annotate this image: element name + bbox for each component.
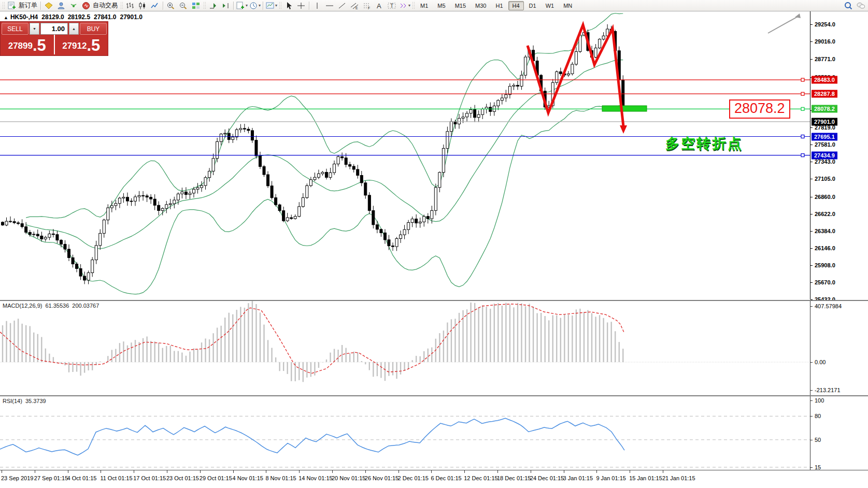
date-label: 3 Jan 01:15 xyxy=(563,475,593,481)
time-tick xyxy=(134,470,134,473)
rsi-panel: 100805015 RSI(14)35.3739 xyxy=(0,395,868,470)
search-icon[interactable] xyxy=(842,0,855,11)
ohlc-open: 28129.0 xyxy=(41,13,64,21)
macd-tick-label: 407.57984 xyxy=(815,303,842,309)
toolbar-grip xyxy=(279,2,281,10)
metaeditor-icon[interactable] xyxy=(42,0,55,11)
price-axis: 29254.029016.028771.028523.028057.027819… xyxy=(810,11,868,299)
chart-template-icon[interactable]: ▾ xyxy=(265,0,278,11)
sell-price-main: 27899 xyxy=(8,41,33,51)
time-tick xyxy=(332,470,333,473)
volume-input[interactable] xyxy=(40,23,68,35)
volume-decrease-button[interactable]: ▼ xyxy=(30,23,39,35)
signals-icon[interactable] xyxy=(67,0,80,11)
line-chart-icon[interactable] xyxy=(149,0,161,11)
timeframe-m1-button[interactable]: M1 xyxy=(416,1,432,10)
sell-button[interactable]: SELL xyxy=(2,23,29,35)
autotrading-label[interactable]: 自动交易 xyxy=(93,1,118,10)
chart-shift-icon[interactable] xyxy=(219,0,232,11)
volume-increase-button[interactable]: ▲ xyxy=(69,23,79,35)
timeframe-h1-button[interactable]: H1 xyxy=(491,1,507,10)
chat-icon[interactable] xyxy=(855,0,867,11)
time-tick xyxy=(663,470,663,473)
buy-price[interactable]: 27912.5 xyxy=(54,35,108,54)
text-icon[interactable]: A xyxy=(373,0,386,11)
date-label: 23 Oct 01:15 xyxy=(166,475,199,481)
price-tick-label: 25670.0 xyxy=(815,279,835,285)
sell-price[interactable]: 27899.5 xyxy=(1,35,54,54)
date-label: 21 Jan 01:15 xyxy=(662,475,695,481)
time-axis: 23 Sep 201927 Sep 01:154 Oct 01:1511 Oct… xyxy=(0,470,868,488)
date-label: 18 Dec 01:15 xyxy=(497,475,531,481)
time-tick xyxy=(464,470,465,473)
symbol-direction-icon: ▲ xyxy=(4,15,8,20)
equidistant-channel-icon[interactable]: E xyxy=(348,0,361,11)
price-tick xyxy=(810,214,813,214)
main-chart-panel: 29254.029016.028771.028523.028057.027819… xyxy=(0,11,868,299)
price-level-label: 28287.8 xyxy=(812,90,837,98)
auto-scroll-icon[interactable] xyxy=(207,0,219,11)
date-label: 11 Oct 01:15 xyxy=(100,475,132,481)
cursor-icon[interactable] xyxy=(282,0,295,11)
text-label-icon[interactable]: T xyxy=(386,0,398,11)
price-tick-label: 27343.0 xyxy=(815,159,835,165)
autotrading-icon[interactable] xyxy=(80,0,92,11)
time-tick xyxy=(630,470,630,473)
new-chart-dropdown-caret[interactable]: ▾ xyxy=(246,3,248,8)
vertical-line-icon[interactable] xyxy=(311,0,323,11)
macd-axis: 407.579840.00-213.2171 xyxy=(810,301,868,396)
toolbar: 新订单自动交易▾▾▾EFAT▾M1M5M15M30H1H4D1W1MN xyxy=(0,0,868,11)
price-tick-label: 29016.0 xyxy=(815,38,835,45)
price-tick-label: 27105.0 xyxy=(815,176,835,182)
tile-windows-icon[interactable] xyxy=(190,0,202,11)
toolbar-separator xyxy=(233,2,234,10)
date-label: 17 Oct 01:15 xyxy=(133,475,166,481)
macd-tick xyxy=(810,306,813,307)
symbol-period: HK50-,H4 xyxy=(10,13,38,21)
ohlc-high: 28192.5 xyxy=(68,13,90,21)
new-chart-icon[interactable]: ▾ xyxy=(235,0,248,11)
rsi-tick xyxy=(810,440,813,440)
timeframe-m15-button[interactable]: M15 xyxy=(451,1,470,10)
timeframe-mn-button[interactable]: MN xyxy=(559,1,576,10)
zoom-in-icon[interactable] xyxy=(165,0,177,11)
date-label: 6 Dec 01:15 xyxy=(431,475,461,481)
rsi-tick-label: 50 xyxy=(815,437,821,443)
price-tick-label: 26860.0 xyxy=(815,194,835,200)
profile-icon[interactable] xyxy=(55,0,67,11)
svg-text:T: T xyxy=(390,3,393,9)
timeframe-h4-button[interactable]: H4 xyxy=(508,1,524,10)
profiles-dropdown-caret[interactable]: ▾ xyxy=(259,3,261,8)
fibonacci-icon[interactable]: F xyxy=(361,0,373,11)
arrows-icon[interactable]: ▾ xyxy=(398,0,411,11)
date-label: 9 Jan 01:15 xyxy=(596,475,626,481)
date-label: 2 Dec 01:15 xyxy=(398,475,429,481)
trend-line-icon[interactable] xyxy=(336,0,348,11)
price-tick xyxy=(810,145,813,145)
price-tick xyxy=(810,179,813,179)
zoom-out-icon[interactable] xyxy=(177,0,190,11)
arrows-dropdown-caret[interactable]: ▾ xyxy=(408,3,410,8)
timeframe-m30-button[interactable]: M30 xyxy=(471,1,490,10)
price-tick xyxy=(810,162,813,162)
price-tick xyxy=(810,197,813,197)
buy-price-frac: .5 xyxy=(87,38,100,53)
rsi-label: RSI(14)35.3739 xyxy=(3,398,49,404)
chart-template-dropdown-caret[interactable]: ▾ xyxy=(275,3,277,8)
new-order-label[interactable]: 新订单 xyxy=(19,1,37,10)
new-order-icon[interactable] xyxy=(6,0,18,11)
crosshair-icon[interactable] xyxy=(295,0,307,11)
profiles-icon[interactable]: ▾ xyxy=(248,0,261,11)
date-label: 12 Dec 01:15 xyxy=(464,475,497,481)
timeframe-m5-button[interactable]: M5 xyxy=(433,1,449,10)
candlestick-chart-icon[interactable] xyxy=(136,0,149,11)
timeframe-w1-button[interactable]: W1 xyxy=(542,1,559,10)
bar-chart-icon[interactable] xyxy=(124,0,136,11)
price-tick-label: 29254.0 xyxy=(815,21,835,27)
one-click-trading-panel: SELL ▼ ▲ BUY 27899.5 27912.5 xyxy=(1,22,108,55)
horizontal-line-icon[interactable] xyxy=(323,0,336,11)
timeframe-d1-button[interactable]: D1 xyxy=(525,1,540,10)
macd-tick-label: 0.00 xyxy=(815,359,826,365)
time-tick xyxy=(68,470,68,473)
buy-button[interactable]: BUY xyxy=(80,23,107,35)
